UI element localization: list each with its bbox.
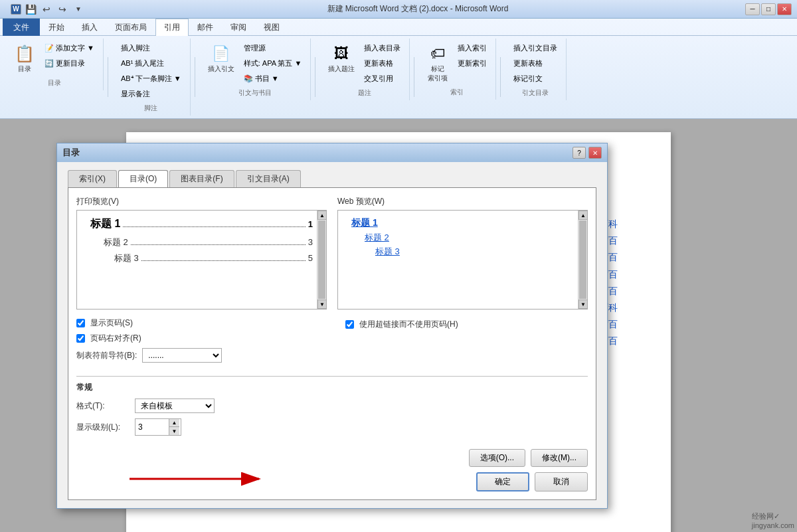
maximize-button[interactable]: □ (761, 3, 776, 15)
window-title: 新建 Microsoft Word 文档 (2).docx - Microsof… (90, 3, 745, 15)
undo-button[interactable]: ↩ (40, 3, 53, 16)
group-toa-content: 插入引文目录 更新表格 标记引文 (510, 41, 561, 86)
insert-caption-button[interactable]: 🖼 插入题注 (325, 41, 358, 76)
tab-leader-row: 制表符前导符(B): ....... ------- ___ (无) (76, 348, 319, 363)
tab-reference[interactable]: 引用 (155, 19, 189, 36)
print-options: 显示页码(S) 页码右对齐(R) 制表符前导符(B): ....... ----… (76, 317, 319, 371)
group-index-title: 索引 (450, 85, 464, 97)
toc-dialog: 目录 ? ✕ 索引(X) 目录(O) 图表目录(F) 引文目录(A) 打印预览(… (56, 143, 608, 509)
web-scrollbar-down[interactable]: ▼ (578, 300, 588, 309)
tab-insert[interactable]: 插入 (73, 19, 106, 35)
tab-review[interactable]: 审阅 (222, 19, 255, 35)
web-scrollbar-thumb[interactable] (579, 221, 586, 299)
scrollbar-up-arrow[interactable]: ▲ (317, 211, 327, 220)
scrollbar-thumb[interactable] (318, 221, 325, 299)
group-caption: 🖼 插入题注 插入表目录 更新表格 交叉引用 题注 (319, 39, 410, 100)
insert-toa-button[interactable]: 插入引文目录 (510, 41, 561, 55)
print-preview-label: 打印预览(V) (76, 196, 327, 207)
options-button[interactable]: 选项(O)... (469, 449, 525, 467)
show-notes-button[interactable]: 显示备注 (118, 87, 185, 101)
citation-label: 插入引文 (208, 64, 234, 74)
redo-button[interactable]: ↪ (56, 3, 69, 16)
modify-button[interactable]: 修改(M)... (531, 449, 588, 467)
quick-access-toolbar: W 💾 ↩ ↪ ▼ (5, 1, 90, 17)
group-footnote: 插入脚注 AB¹ 插入尾注 AB⁴ 下一条脚注 ▼ 显示备注 脚注 (112, 39, 191, 116)
web-toc-h1[interactable]: 标题 1 (351, 217, 574, 229)
confirm-row: 确定 取消 (76, 472, 588, 491)
customize-qat-button[interactable]: ▼ (72, 3, 85, 16)
insert-index-button[interactable]: 插入索引 (454, 41, 490, 55)
print-preview-box: 标题 1 1 标题 2 3 标题 3 (76, 210, 327, 310)
dialog-titlebar: 目录 ? ✕ (57, 143, 607, 162)
web-toc-h3[interactable]: 标题 3 (351, 246, 574, 258)
separator-2 (195, 57, 195, 97)
show-levels-input[interactable] (135, 421, 169, 433)
separator-5 (500, 57, 501, 97)
insert-citation-button[interactable]: 📄 插入引文 (205, 41, 238, 76)
manage-sources-button[interactable]: 管理源 (240, 41, 306, 55)
arrow-svg (130, 466, 276, 492)
group-index: 🏷 标记索引项 插入索引 更新索引 索引 (418, 39, 496, 100)
arrow-annotation (130, 466, 276, 494)
watermark: 经验网✓jingyank.com (752, 511, 794, 529)
toc-icon: 📋 (14, 43, 35, 64)
web-scrollbar-up[interactable]: ▲ (578, 211, 588, 220)
group-toc: 📋 目录 📝 添加文字 ▼ 🔄 更新目录 目录 (5, 39, 104, 90)
mark-citation-button[interactable]: 标记引文 (510, 72, 561, 86)
insert-table-of-figures-button[interactable]: 插入表目录 (361, 41, 404, 55)
align-right-checkbox[interactable] (76, 334, 85, 343)
tab-pagelayout[interactable]: 页面布局 (106, 19, 155, 35)
tab-leader-select[interactable]: ....... ------- ___ (无) (142, 348, 222, 363)
toc-label: 目录 (18, 64, 31, 74)
add-text-button[interactable]: 📝 添加文字 ▼ (41, 41, 98, 55)
tab-view[interactable]: 视图 (255, 19, 288, 35)
tab-index[interactable]: 索引(X) (68, 170, 117, 187)
tab-toc[interactable]: 目录(O) (118, 170, 168, 187)
web-toc-h2[interactable]: 标题 2 (351, 232, 574, 244)
insert-footnote-button[interactable]: 插入脚注 (118, 41, 185, 55)
cross-reference-button[interactable]: 交叉引用 (361, 72, 404, 86)
show-page-numbers-checkbox[interactable] (76, 319, 85, 327)
next-footnote-button[interactable]: AB⁴ 下一条脚注 ▼ (118, 72, 185, 86)
update-toc-button[interactable]: 🔄 更新目录 (41, 56, 98, 70)
toc-h3-text: 标题 3 (114, 252, 139, 264)
style-button[interactable]: 样式: APA 第五 ▼ (240, 56, 306, 70)
close-button[interactable]: ✕ (777, 3, 792, 15)
tab-table-of-figures[interactable]: 图表目录(F) (169, 170, 234, 187)
tab-file[interactable]: 文件 (3, 19, 40, 36)
toc-button[interactable]: 📋 目录 (11, 41, 39, 76)
update-toa-button[interactable]: 更新表格 (510, 56, 561, 70)
mark-entry-button[interactable]: 🏷 标记索引项 (424, 41, 452, 85)
tab-start[interactable]: 开始 (40, 19, 73, 35)
ribbon: 文件 开始 插入 页面布局 引用 邮件 审阅 视图 📋 目录 📝 添加文字 ▼ … (0, 19, 797, 119)
use-hyperlinks-label: 使用超链接而不使用页码(H) (359, 319, 458, 330)
toc-h2-item: 标题 2 3 (90, 236, 313, 248)
toc-h1-page: 1 (308, 219, 313, 229)
bibliography-button[interactable]: 📚 书目 ▼ (240, 72, 306, 86)
group-footnote-content: 插入脚注 AB¹ 插入尾注 AB⁴ 下一条脚注 ▼ 显示备注 (118, 41, 185, 101)
spinner-up-button[interactable]: ▲ (169, 419, 179, 427)
scrollbar-down-arrow[interactable]: ▼ (317, 300, 327, 309)
group-toa-title: 引文目录 (522, 86, 549, 98)
insert-endnote-button[interactable]: AB¹ 插入尾注 (118, 56, 185, 70)
separator-3 (315, 57, 315, 97)
ribbon-content: 📋 目录 📝 添加文字 ▼ 🔄 更新目录 目录 插入脚注 AB¹ 插入尾注 AB… (0, 36, 797, 118)
format-select[interactable]: 来自模板 经典 正式 现代 简单 流行 独特 (135, 399, 215, 413)
spinner-down-button[interactable]: ▼ (169, 427, 179, 435)
minimize-button[interactable]: ─ (745, 3, 760, 15)
dialog-close-button[interactable]: ✕ (588, 147, 602, 159)
update-table-button[interactable]: 更新表格 (361, 56, 404, 70)
print-preview-scrollbar: ▲ ▼ (317, 211, 326, 309)
tab-toa[interactable]: 引文目录(A) (236, 170, 301, 187)
group-toa: 插入引文目录 更新表格 标记引文 引文目录 (505, 39, 567, 100)
save-button[interactable]: 💾 (24, 3, 37, 16)
ok-button[interactable]: 确定 (476, 472, 529, 491)
update-index-button[interactable]: 更新索引 (454, 56, 490, 70)
use-hyperlinks-checkbox[interactable] (345, 320, 354, 329)
toc-h3-page: 5 (308, 253, 313, 263)
show-levels-spinner: ▲ ▼ (135, 418, 181, 436)
title-bar: W 💾 ↩ ↪ ▼ 新建 Microsoft Word 文档 (2).docx … (0, 0, 797, 19)
cancel-button[interactable]: 取消 (535, 472, 588, 491)
tab-mail[interactable]: 邮件 (189, 19, 222, 35)
dialog-help-button[interactable]: ? (573, 147, 586, 159)
